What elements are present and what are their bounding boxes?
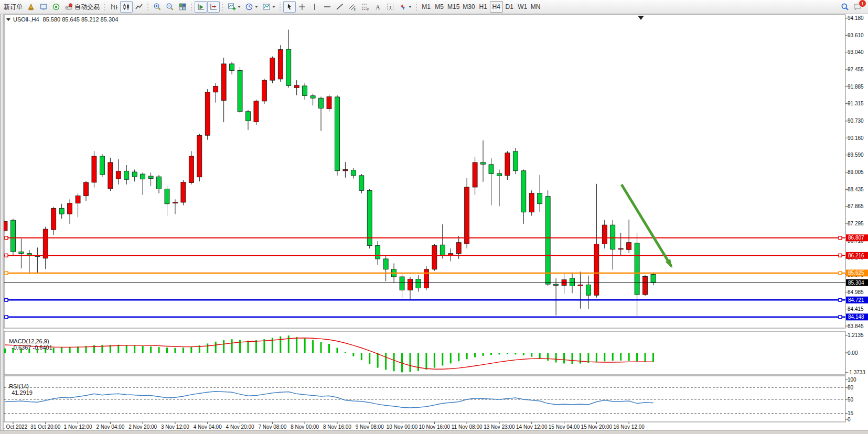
arrows-icon: [399, 3, 407, 11]
svg-text:-1.3733: -1.3733: [848, 370, 865, 375]
dropdown-caret-icon[interactable]: [272, 6, 275, 8]
candlestick-chart-button[interactable]: [120, 1, 133, 13]
hline-icon: [323, 3, 331, 11]
notification-badge: 1: [859, 0, 866, 7]
template-icon: [262, 3, 271, 11]
svg-text:7 Nov 08:00: 7 Nov 08:00: [258, 424, 286, 430]
timeframe-w1[interactable]: W1: [516, 1, 529, 13]
chart-shift-button[interactable]: [207, 1, 220, 13]
timeframe-mn[interactable]: MN: [529, 1, 542, 13]
svg-text:10 Nov 00:00: 10 Nov 00:00: [387, 424, 418, 430]
svg-text:85.304: 85.304: [848, 280, 864, 286]
signals-icon-button[interactable]: [50, 1, 62, 13]
text-label-button[interactable]: T: [384, 1, 397, 13]
zoom-out-icon: [166, 3, 174, 11]
period-button[interactable]: [243, 1, 260, 13]
bar-chart-button[interactable]: [108, 1, 120, 13]
symbol-caret-icon[interactable]: [6, 18, 10, 21]
text-button[interactable]: A: [371, 1, 384, 13]
svg-text:100: 100: [848, 377, 856, 383]
horizontal-line-button[interactable]: [321, 1, 334, 13]
timeframe-d1-label: D1: [506, 3, 513, 10]
svg-text:4 Nov 04:00: 4 Nov 04:00: [194, 424, 222, 430]
new-order-button[interactable]: 新订单: [2, 1, 25, 13]
svg-text:94.180: 94.180: [848, 15, 864, 21]
equidistant-channel-button[interactable]: E: [346, 1, 359, 13]
text-a-icon: A: [373, 3, 382, 11]
zoom-out-button[interactable]: [164, 1, 176, 13]
vertical-line-button[interactable]: [308, 1, 321, 13]
svg-text:14 Nov 12:00: 14 Nov 12:00: [516, 424, 548, 430]
svg-text:80: 80: [848, 385, 854, 390]
svg-text:31 Oct 2022: 31 Oct 2022: [0, 424, 28, 430]
svg-text:85.625: 85.625: [848, 270, 864, 276]
toolbar-separator: [221, 2, 224, 12]
timeframe-m5-label: M5: [435, 3, 444, 10]
timeframe-m30-label: M30: [463, 3, 475, 10]
svg-text:2 Nov 04:00: 2 Nov 04:00: [96, 424, 124, 430]
market-watch-icon-button[interactable]: [37, 1, 50, 13]
svg-text:87.295: 87.295: [848, 221, 864, 226]
channel-icon: E: [348, 3, 357, 11]
timeframe-m15[interactable]: M15: [446, 1, 461, 13]
zoom-in-icon: [153, 3, 162, 11]
dropdown-caret-icon[interactable]: [409, 6, 412, 8]
search-button[interactable]: [839, 1, 851, 13]
svg-text:83.845: 83.845: [848, 323, 864, 329]
timeframe-h1[interactable]: H1: [477, 1, 490, 13]
cursor-icon: [285, 3, 294, 11]
svg-text:0.00: 0.00: [848, 350, 858, 356]
rsi-label: RSI(14) 41.2919: [6, 377, 33, 396]
mt4-window: { "toolbar": { "groups": [ {"name":"trad…: [0, 0, 868, 434]
add-indicator-button[interactable]: [226, 1, 243, 13]
bars-icon: [110, 3, 118, 11]
svg-text:93.040: 93.040: [848, 49, 864, 55]
timeframe-m1[interactable]: M1: [420, 1, 433, 13]
timeframe-h4-label: H4: [492, 3, 500, 10]
template-button[interactable]: [260, 1, 277, 13]
timeframe-m30[interactable]: M30: [461, 1, 476, 13]
shift-icon: [209, 3, 218, 11]
svg-text:84.148: 84.148: [848, 314, 864, 320]
autoscroll-icon: [197, 3, 205, 11]
macd-name: MACD(12,26,9): [9, 338, 49, 344]
zoom-in-button[interactable]: [151, 1, 164, 13]
svg-text:13 Nov 23:00: 13 Nov 23:00: [484, 424, 515, 430]
tile-windows-button[interactable]: [176, 1, 189, 13]
svg-text:91.885: 91.885: [848, 84, 864, 90]
terminal-icon: [39, 3, 48, 11]
dropdown-caret-icon[interactable]: [238, 6, 241, 8]
line-chart-button[interactable]: [133, 1, 145, 13]
chat-button[interactable]: 1: [851, 1, 864, 13]
auto-scroll-button[interactable]: [195, 1, 207, 13]
cursor-button[interactable]: [283, 1, 296, 13]
profile-icon-button[interactable]: [25, 1, 37, 13]
vline-icon: [310, 3, 319, 11]
dropdown-caret-icon[interactable]: [255, 6, 258, 8]
svg-text:88.435: 88.435: [848, 187, 864, 192]
trendline-button[interactable]: [334, 1, 346, 13]
main-toolbar: 新订单自动交易EFATM1M5M15M30H1H4D1W1MN1: [0, 0, 868, 14]
timeframe-d1[interactable]: D1: [503, 1, 516, 13]
svg-text:10 Nov 16:00: 10 Nov 16:00: [419, 424, 451, 430]
chart-canvas[interactable]: 94.18093.61093.04092.45591.88591.31590.7…: [0, 14, 868, 434]
timeframe-m5[interactable]: M5: [433, 1, 446, 13]
svg-text:16 Nov 12:00: 16 Nov 12:00: [613, 424, 645, 430]
arrows-button[interactable]: [397, 1, 414, 13]
chart-title: USOil-,H4 85.580 85.645 85.212 85.304: [6, 16, 118, 23]
crosshair-button[interactable]: [296, 1, 308, 13]
macd-values: -0.6367 -0.6401: [12, 344, 52, 351]
candles-icon: [122, 3, 131, 11]
timeframe-h4[interactable]: H4: [490, 1, 503, 13]
svg-text:15 Nov 04:00: 15 Nov 04:00: [549, 424, 580, 430]
timeframe-w1-label: W1: [518, 3, 527, 10]
signal-icon: [52, 3, 60, 11]
toolbar-separator: [146, 2, 150, 12]
auto-trading-button[interactable]: 自动交易: [62, 1, 102, 13]
svg-text:90.160: 90.160: [848, 135, 864, 141]
ohlc-values: 85.580 85.645 85.212 85.304: [43, 16, 119, 23]
svg-text:50: 50: [848, 397, 854, 403]
search-icon: [841, 3, 849, 11]
fibonacci-button[interactable]: F: [359, 1, 371, 13]
toolbar-separator: [190, 2, 194, 12]
